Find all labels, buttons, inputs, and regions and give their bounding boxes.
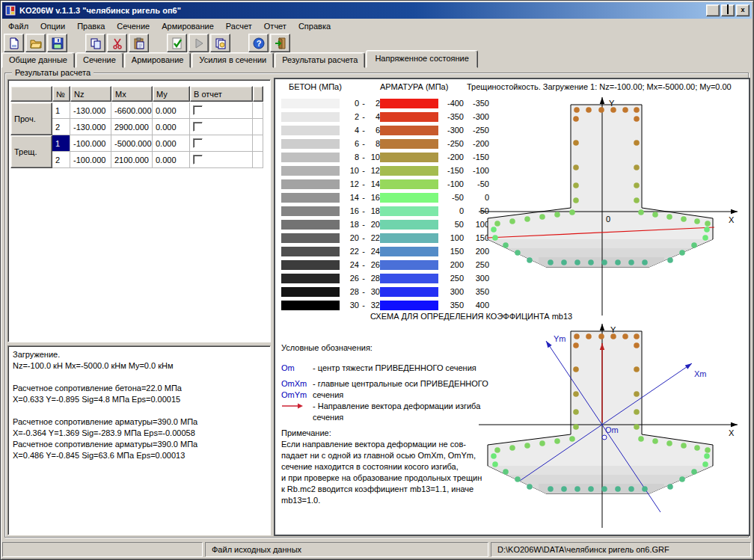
help-button[interactable]: ?	[248, 34, 269, 52]
run-button[interactable]	[188, 34, 209, 52]
cell-report	[190, 102, 253, 119]
x-axis-bottom-label: X	[729, 428, 735, 437]
cell-mx[interactable]: -5000.000	[111, 135, 153, 152]
axis-arrowhead	[600, 97, 604, 104]
rebar-dot	[704, 453, 710, 459]
rebar-dot	[515, 250, 521, 256]
rebar-dot	[694, 445, 700, 451]
column-header[interactable]	[253, 86, 263, 102]
cut-scissors-icon	[111, 37, 123, 49]
rebar-dot	[561, 259, 567, 265]
report-checkbox[interactable]	[193, 122, 203, 132]
cell-nz[interactable]: -100.000	[70, 135, 111, 152]
report-checkbox[interactable]	[193, 138, 203, 148]
report-checkbox[interactable]	[193, 155, 203, 164]
results-groupbox-label: Результаты расчета	[12, 68, 94, 77]
column-header[interactable]: В отчет	[190, 86, 253, 102]
rebar-dot	[574, 107, 580, 113]
rebar-dot	[515, 476, 521, 482]
rebar-dot	[588, 486, 594, 492]
tab-Общие данные[interactable]: Общие данные	[1, 52, 75, 68]
open-file-button[interactable]	[25, 34, 46, 52]
menu-item-Опции[interactable]: Опции	[34, 19, 71, 33]
cell-mx[interactable]: -6600.000	[111, 102, 153, 119]
rebar-dot	[615, 486, 621, 492]
paste-button[interactable]	[129, 34, 149, 52]
menu-item-Файл[interactable]: Файл	[2, 19, 34, 33]
menu-item-Расчет[interactable]: Расчет	[220, 19, 258, 33]
minimize-button[interactable]	[706, 4, 720, 16]
row-group-header[interactable]: Проч.	[10, 102, 52, 135]
menu-item-Армирование[interactable]: Армирование	[156, 19, 220, 33]
axis-arrowhead	[600, 324, 604, 330]
column-header[interactable]: Nz	[70, 86, 111, 102]
close-button[interactable]: x	[736, 4, 750, 16]
rebar-dot	[666, 440, 672, 446]
save-button[interactable]	[47, 34, 67, 52]
cell-mx[interactable]: 2100.000	[111, 152, 153, 168]
status-panel-empty	[2, 542, 203, 557]
results-text-line: X=-0.364 Y=1.369 Sig=-283.9 МПа Eps=-0.0…	[13, 428, 266, 439]
menu-item-Сечение[interactable]: Сечение	[111, 19, 156, 33]
tab-Напряженное состояние[interactable]: Напряженное состояние	[366, 50, 477, 68]
report-button[interactable]	[210, 34, 230, 52]
cut-button[interactable]	[107, 34, 127, 52]
cell-my[interactable]: 0.000	[153, 152, 190, 168]
rebar-dot	[494, 221, 500, 227]
cell-nz[interactable]: -130.000	[70, 119, 111, 135]
cell-nz[interactable]: -100.000	[70, 152, 111, 168]
load-cases-panel: №NzMxMyВ отчет Проч.1-130.000-6600.0000.…	[7, 79, 271, 342]
cell-report	[190, 152, 253, 168]
svg-text:?: ?	[256, 39, 261, 48]
rebar-dot	[573, 391, 579, 397]
rebar-dot	[569, 436, 575, 442]
rebar-dot	[573, 197, 579, 203]
rebar-dot	[573, 409, 579, 415]
rebar-dot	[628, 259, 634, 265]
rebar-dot	[527, 257, 533, 263]
tab-Армирование[interactable]: Армирование	[124, 52, 191, 68]
rebar-dot	[539, 214, 545, 220]
menu-item-Правка[interactable]: Правка	[71, 19, 111, 33]
report-checkbox[interactable]	[193, 105, 203, 115]
calculate-button[interactable]	[167, 34, 187, 52]
cell-mx[interactable]: 2900.000	[111, 119, 153, 135]
cell-num[interactable]: 1	[52, 135, 70, 152]
column-header[interactable]: Mx	[111, 86, 153, 102]
cell-my[interactable]: 0.000	[153, 135, 190, 152]
rebar-dot	[652, 438, 658, 444]
results-text-panel[interactable]: Загружение.Nz=-100.0 кН Mx=-5000.0 кНм M…	[7, 345, 271, 535]
column-header[interactable]	[10, 86, 52, 102]
rebar-dot	[574, 333, 580, 339]
menu-item-Справка[interactable]: Справка	[292, 19, 337, 33]
results-text-line: Расчетное сопротивление арматуры=390.0 М…	[13, 416, 266, 428]
exit-button[interactable]	[270, 34, 290, 52]
rebar-dot	[642, 259, 648, 265]
new-file-button[interactable]	[4, 34, 24, 52]
status-panel-label: Файл исходных данных	[205, 542, 488, 557]
cell-num[interactable]: 1	[52, 102, 70, 119]
window-title: KO206W v.1.1.3 "челябинск ригель оп6"	[19, 6, 181, 15]
tab-Сечение[interactable]: Сечение	[76, 52, 123, 68]
tab-Усилия в сечении[interactable]: Усилия в сечении	[191, 52, 274, 68]
column-header[interactable]: My	[153, 86, 190, 102]
rebar-dot	[694, 218, 700, 224]
cell-num[interactable]: 2	[52, 152, 70, 168]
copy-button[interactable]	[85, 34, 105, 52]
cell-my[interactable]: 0.000	[153, 102, 190, 119]
rebar-dot	[573, 140, 579, 146]
cell-num[interactable]: 2	[52, 119, 70, 135]
menu-item-Отчет[interactable]: Отчет	[258, 19, 292, 33]
cell-nz[interactable]: -130.000	[70, 102, 111, 119]
rebar-dot	[573, 366, 579, 372]
rebar-dot	[705, 221, 711, 227]
maximize-button[interactable]	[721, 4, 735, 16]
row-group-header[interactable]: Трещ.	[10, 135, 52, 168]
tab-Результаты расчета[interactable]: Результаты расчета	[275, 52, 365, 68]
column-header[interactable]: №	[52, 86, 70, 102]
rebar-dot	[702, 461, 708, 467]
rebar-dot	[492, 235, 498, 241]
cell-my[interactable]: 0.000	[153, 119, 190, 135]
stress-diagram-panel: Трещиностойкость. Загружение 1: Nz=-100.…	[274, 78, 750, 536]
rebar-dot	[491, 227, 497, 233]
